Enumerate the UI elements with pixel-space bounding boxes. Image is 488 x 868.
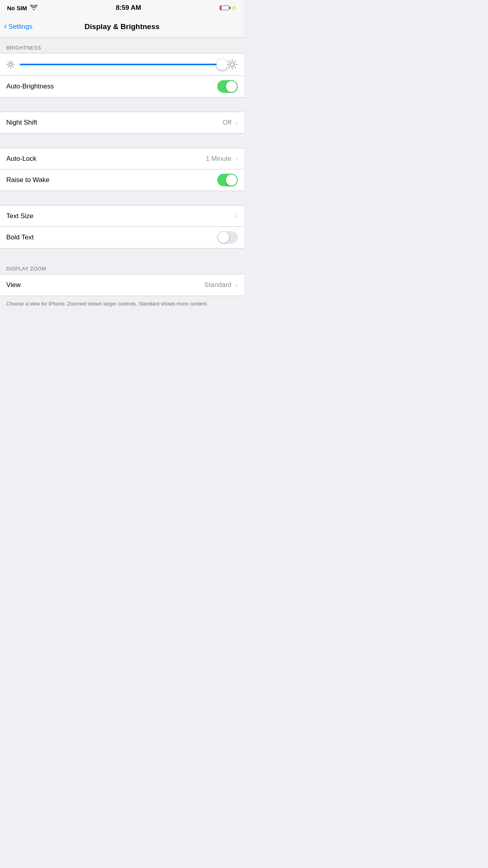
night-shift-value: Off <box>223 119 231 127</box>
nav-bar: ‹ Settings Display & Brightness <box>0 16 244 38</box>
display-zoom-section-header: DISPLAY ZOOM <box>0 263 244 274</box>
bold-text-label: Bold Text <box>6 234 34 241</box>
gap-after-lock-wake <box>0 191 244 205</box>
auto-lock-chevron-icon: › <box>235 154 238 163</box>
auto-brightness-toggle[interactable] <box>217 80 238 93</box>
sun-large-icon <box>227 59 238 70</box>
svg-line-16 <box>229 67 230 68</box>
status-right: ⚡ <box>220 5 237 11</box>
night-shift-right: Off › <box>223 119 238 127</box>
view-chevron-icon: › <box>235 281 238 289</box>
status-bar: No SIM 8:59 AM ⚡ <box>0 0 244 16</box>
text-size-right: › <box>235 212 238 220</box>
brightness-slider-track[interactable] <box>20 64 222 65</box>
view-row[interactable]: View Standard › <box>0 274 244 296</box>
view-label: View <box>6 281 21 289</box>
svg-line-8 <box>13 62 13 63</box>
battery-fill <box>220 6 222 10</box>
night-shift-row[interactable]: Night Shift Off › <box>0 112 244 133</box>
raise-to-wake-toggle-knob <box>226 175 237 186</box>
svg-line-14 <box>229 61 230 62</box>
raise-to-wake-row: Raise to Wake <box>0 169 244 191</box>
brightness-slider-row <box>0 53 244 76</box>
battery-icon <box>220 6 229 10</box>
auto-lock-right: 1 Minute › <box>206 154 238 163</box>
gap-after-night-shift <box>0 134 244 148</box>
gap-before-brightness <box>0 38 244 42</box>
auto-lock-value: 1 Minute <box>206 155 231 163</box>
night-shift-label: Night Shift <box>6 119 37 127</box>
view-value: Standard <box>204 281 231 289</box>
back-chevron-icon: ‹ <box>4 22 7 31</box>
carrier-label: No SIM <box>7 5 27 11</box>
auto-brightness-toggle-knob <box>226 81 237 92</box>
svg-point-0 <box>9 63 12 66</box>
night-shift-card: Night Shift Off › <box>0 112 244 134</box>
raise-to-wake-label: Raise to Wake <box>6 176 50 184</box>
display-zoom-card: View Standard › <box>0 274 244 296</box>
page-title: Display & Brightness <box>84 22 160 31</box>
charging-bolt-icon: ⚡ <box>231 5 237 11</box>
text-size-row[interactable]: Text Size › <box>0 206 244 227</box>
svg-line-6 <box>13 66 13 67</box>
auto-lock-row[interactable]: Auto-Lock 1 Minute › <box>0 148 244 169</box>
bold-text-toggle-knob <box>218 232 229 243</box>
sun-small-icon <box>6 60 15 69</box>
brightness-section-header: BRIGHTNESS <box>0 42 244 53</box>
auto-brightness-label: Auto-Brightness <box>6 83 54 90</box>
night-shift-chevron-icon: › <box>235 119 238 127</box>
gap-after-brightness <box>0 97 244 112</box>
auto-brightness-row: Auto-Brightness <box>0 76 244 97</box>
status-left: No SIM <box>7 5 37 11</box>
text-card: Text Size › Bold Text <box>0 205 244 248</box>
brightness-slider-thumb[interactable] <box>216 59 227 70</box>
svg-line-7 <box>8 66 9 67</box>
text-size-chevron-icon: › <box>235 212 238 220</box>
auto-lock-label: Auto-Lock <box>6 155 37 163</box>
battery-body <box>220 6 229 10</box>
raise-to-wake-toggle[interactable] <box>217 174 238 186</box>
gap-before-display-zoom <box>0 248 244 263</box>
lock-wake-card: Auto-Lock 1 Minute › Raise to Wake <box>0 148 244 191</box>
battery-tip <box>229 7 231 9</box>
wifi-icon <box>30 5 37 11</box>
bold-text-toggle[interactable] <box>217 231 238 244</box>
brightness-card: Auto-Brightness <box>0 53 244 97</box>
svg-point-9 <box>230 63 235 67</box>
display-zoom-footnote: Choose a view for iPhone. Zoomed shows l… <box>0 296 244 320</box>
back-label: Settings <box>8 23 32 31</box>
status-time: 8:59 AM <box>116 4 141 12</box>
svg-line-5 <box>8 62 9 63</box>
back-button[interactable]: ‹ Settings <box>4 23 33 31</box>
bold-text-row: Bold Text <box>0 227 244 248</box>
text-size-label: Text Size <box>6 212 33 220</box>
svg-line-15 <box>235 67 236 68</box>
svg-line-17 <box>235 61 236 62</box>
view-right: Standard › <box>204 281 238 289</box>
